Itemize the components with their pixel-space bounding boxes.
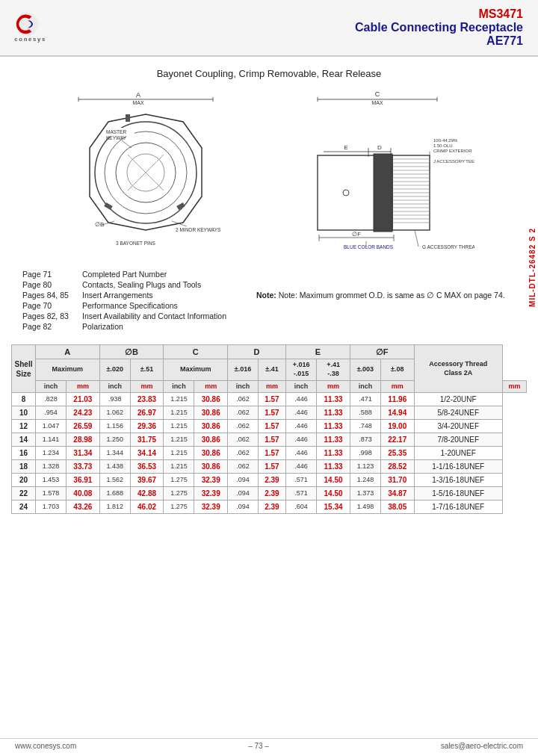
table-cell: 33.73 <box>67 460 100 474</box>
reference-section: Page 71 Completed Part Number Page 80 Co… <box>0 264 538 337</box>
table-cell: 28.98 <box>67 433 100 447</box>
col-f-header: ∅F <box>350 345 414 359</box>
svg-text:CRIMP EXTERIOR: CRIMP EXTERIOR <box>433 149 472 153</box>
part-number: MS3471 <box>355 7 523 21</box>
table-cell: 1.703 <box>36 501 67 514</box>
table-cell: 1-7/16-18UNEF <box>414 501 502 514</box>
table-cell: .062 <box>228 447 259 460</box>
table-cell: 1.215 <box>164 433 194 447</box>
table-row: 10.95424.231.06226.971.21530.86.0621.57.… <box>12 406 527 420</box>
c-sub1: Maximum <box>164 359 228 380</box>
table-cell: 1.328 <box>36 460 67 474</box>
table-cell: 14.50 <box>317 487 350 501</box>
f-sub2: ±.08 <box>380 359 414 380</box>
f-inch: inch <box>350 380 380 393</box>
a-sub1: Maximum <box>36 359 100 380</box>
conesys-logo-icon: conesys <box>11 9 56 46</box>
table-cell: 30.86 <box>194 393 228 406</box>
e-mm: mm <box>317 380 350 393</box>
table-cell: 26.97 <box>130 406 164 420</box>
table-cell: .062 <box>228 393 259 406</box>
model-number: AE771 <box>355 34 523 48</box>
table-cell: 1-20UNEF <box>414 447 502 460</box>
table-cell: 11.33 <box>317 460 350 474</box>
svg-text:MASTER: MASTER <box>106 129 126 134</box>
table-cell: 10 <box>12 406 36 420</box>
table-cell: 11.33 <box>317 406 350 420</box>
table-row: 201.45336.911.56239.671.27532.39.0942.39… <box>12 474 527 487</box>
table-cell: 31.70 <box>380 474 414 487</box>
table-cell: 30.86 <box>194 460 228 474</box>
table-cell: 11.33 <box>317 433 350 447</box>
svg-text:2 MINOR KEYWAYS: 2 MINOR KEYWAYS <box>176 227 221 232</box>
table-cell: 38.05 <box>380 501 414 514</box>
table-cell: 1.57 <box>259 433 286 447</box>
table-cell: 14.50 <box>317 474 350 487</box>
dimensions-table: ShellSize A ∅B C D E ∅F Accessory Thread… <box>11 344 527 514</box>
svg-line-72 <box>415 230 418 247</box>
ref-page-5: Page 82 <box>22 322 75 331</box>
product-title: Cable Connecting Receptacle <box>355 21 523 34</box>
table-cell: 1.123 <box>350 460 380 474</box>
table-row: 221.57840.081.68842.881.27532.39.0942.39… <box>12 487 527 501</box>
table-cell: 36.53 <box>130 460 164 474</box>
table-cell: .446 <box>285 433 316 447</box>
note-label: Note: <box>256 291 279 300</box>
table-cell: 2.39 <box>259 501 286 514</box>
table-cell: 1-3/16-18UNEF <box>414 474 502 487</box>
ref-desc-3: Performance Specifications <box>82 301 178 310</box>
note-area: Note: Note: Maximum grommet O.D. is same… <box>256 291 505 331</box>
front-view-drawing: A MAX MASTER KEYWAY ∅B 2 MIN <box>64 88 243 260</box>
table-cell: 29.36 <box>130 420 164 433</box>
table-cell: 1.275 <box>164 501 194 514</box>
b-sub1: ±.020 <box>99 359 130 380</box>
table-cell: 1.498 <box>350 501 380 514</box>
table-cell: .094 <box>228 474 259 487</box>
table-cell: 36.91 <box>67 474 100 487</box>
table-cell: 32.39 <box>194 501 228 514</box>
table-cell: .094 <box>228 487 259 501</box>
table-cell: 1.141 <box>36 433 67 447</box>
table-cell: .873 <box>350 433 380 447</box>
table-section: ShellSize A ∅B C D E ∅F Accessory Thread… <box>0 341 538 518</box>
table-cell: 1.57 <box>259 406 286 420</box>
table-cell: 1.688 <box>99 487 130 501</box>
table-cell: 31.75 <box>130 433 164 447</box>
table-cell: 1/2-20UNF <box>414 393 502 406</box>
drawing-container: A MAX MASTER KEYWAY ∅B 2 MIN <box>22 88 516 260</box>
table-cell: .828 <box>36 393 67 406</box>
table-cell: 30.86 <box>194 447 228 460</box>
svg-text:A: A <box>136 91 140 99</box>
table-cell: 11.33 <box>317 393 350 406</box>
table-cell: 3/4-20UNEF <box>414 420 502 433</box>
table-cell: 1.57 <box>259 420 286 433</box>
table-cell: 42.88 <box>130 487 164 501</box>
ref-row-3: Page 70 Performance Specifications <box>22 301 226 310</box>
table-cell: 22 <box>12 487 36 501</box>
header: conesys MS3471 Cable Connecting Receptac… <box>0 0 538 57</box>
table-cell: 11.33 <box>317 420 350 433</box>
svg-text:D: D <box>377 144 382 151</box>
e-sub1: +.016-.015 <box>285 359 316 380</box>
ref-desc-0: Completed Part Number <box>82 270 167 279</box>
table-cell: .604 <box>285 501 316 514</box>
table-cell: 28.52 <box>380 460 414 474</box>
svg-text:conesys: conesys <box>14 36 46 43</box>
table-cell: .446 <box>285 420 316 433</box>
table-cell: 12 <box>12 420 36 433</box>
col-g-header: Accessory ThreadClass 2A <box>414 345 502 393</box>
d-sub2: ±.41 <box>259 359 286 380</box>
table-cell: 1.453 <box>36 474 67 487</box>
svg-text:BLUE COLOR BANDS: BLUE COLOR BANDS <box>344 244 394 250</box>
table-cell: .062 <box>228 460 259 474</box>
table-cell: 1.57 <box>259 447 286 460</box>
table-cell: 1.248 <box>350 474 380 487</box>
ref-desc-4: Insert Availability and Contact Informat… <box>82 312 226 320</box>
side-view-drawing: C MAX E D <box>258 88 474 260</box>
table-cell: 19.00 <box>380 420 414 433</box>
svg-text:MAX: MAX <box>132 100 144 105</box>
table-cell: 1-5/16-18UNEF <box>414 487 502 501</box>
ref-row-5: Page 82 Polarization <box>22 322 226 331</box>
table-cell: 30.86 <box>194 406 228 420</box>
c-inch: inch <box>164 380 194 393</box>
